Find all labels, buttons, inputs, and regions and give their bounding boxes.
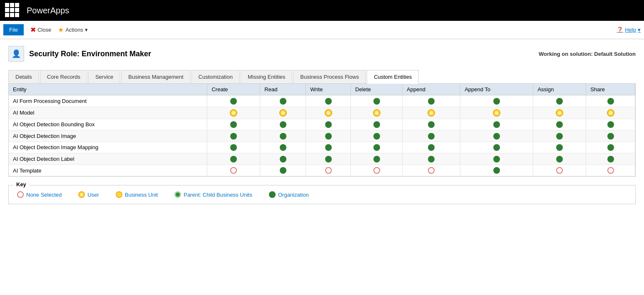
entity-name-cell: AI Model [9,107,207,119]
key-item-label: Business Unit [125,192,158,198]
permission-cell-append[interactable] [403,165,460,176]
permission-cell-create[interactable] [207,142,260,153]
indicator-organization [493,121,500,128]
col-header-share: Share [586,84,635,95]
col-header-write: Write [306,84,351,95]
permission-cell-read[interactable] [260,153,306,165]
permission-cell-delete[interactable] [351,130,403,142]
permission-cell-write[interactable] [306,107,351,119]
permission-cell-write[interactable] [306,142,351,153]
permission-cell-append[interactable] [403,130,460,142]
permission-cell-share[interactable] [586,153,635,165]
permission-cell-delete[interactable] [351,119,403,130]
permission-cell-create[interactable] [207,95,260,107]
close-button[interactable]: ✖ Close [27,24,55,35]
permission-cell-create[interactable] [207,119,260,130]
permission-cell-append[interactable] [403,95,460,107]
tab-customization[interactable]: Customization [191,70,240,83]
permission-cell-assign[interactable] [533,142,586,153]
tab-business-process-flows[interactable]: Business Process Flows [293,70,366,83]
entity-table-container[interactable]: EntityCreateReadWriteDeleteAppendAppend … [8,84,636,177]
key-section: Key None SelectedUserBusiness UnitParent… [8,185,636,204]
permission-cell-read[interactable] [260,165,306,176]
key-item-organization: Organization [269,191,309,198]
key-none-icon [17,191,24,198]
permission-cell-share[interactable] [586,165,635,176]
actions-button[interactable]: ★ Actions ▾ [55,24,91,35]
permission-cell-append[interactable] [403,119,460,130]
permission-cell-write[interactable] [306,95,351,107]
indicator-organization [280,121,286,128]
permission-cell-share[interactable] [586,107,635,119]
permission-cell-share[interactable] [586,119,635,130]
permission-cell-share[interactable] [586,95,635,107]
permission-cell-delete[interactable] [351,142,403,153]
permission-cell-create[interactable] [207,107,260,119]
indicator-organization [556,98,563,105]
help-dropdown-icon: ▾ [638,27,641,33]
col-header-entity: Entity [9,84,207,95]
permission-cell-appendto[interactable] [460,130,533,142]
col-header-create: Create [207,84,260,95]
permission-cell-write[interactable] [306,153,351,165]
permission-cell-assign[interactable] [533,153,586,165]
tab-missing-entities[interactable]: Missing Entities [241,70,292,83]
indicator-organization [428,133,435,140]
permission-cell-write[interactable] [306,130,351,142]
permission-cell-delete[interactable] [351,153,403,165]
permission-cell-share[interactable] [586,130,635,142]
permission-cell-read[interactable] [260,107,306,119]
permission-cell-delete[interactable] [351,95,403,107]
indicator-none [230,167,237,174]
permission-cell-assign[interactable] [533,130,586,142]
tab-core-records[interactable]: Core Records [40,70,87,83]
permission-cell-write[interactable] [306,165,351,176]
key-item-parent-child: Parent: Child Business Units [174,191,252,198]
help-icon: ❓ [617,27,623,33]
permission-cell-read[interactable] [260,95,306,107]
tab-service[interactable]: Service [88,70,120,83]
table-row: AI Object Detection Image Mapping [9,142,635,153]
permission-cell-appendto[interactable] [460,142,533,153]
indicator-user [493,109,500,117]
help-button[interactable]: ❓ Help ▾ [617,27,641,33]
permission-cell-append[interactable] [403,107,460,119]
permission-cell-assign[interactable] [533,107,586,119]
file-button[interactable]: File [3,24,24,35]
permission-cell-share[interactable] [586,142,635,153]
indicator-organization [230,121,237,128]
indicator-organization [493,133,500,140]
permission-cell-appendto[interactable] [460,107,533,119]
key-item-user: User [78,191,99,198]
tab-business-management[interactable]: Business Management [121,70,190,83]
permission-cell-write[interactable] [306,119,351,130]
col-header-append: Append [403,84,460,95]
permission-cell-append[interactable] [403,153,460,165]
permission-cell-assign[interactable] [533,95,586,107]
indicator-none [373,167,380,174]
permission-cell-appendto[interactable] [460,165,533,176]
permission-cell-create[interactable] [207,165,260,176]
content-area: 👤 Security Role: Environment Maker Worki… [0,39,644,295]
app-grid-icon[interactable] [5,3,20,18]
key-item-label: Organization [278,192,309,198]
permission-cell-read[interactable] [260,142,306,153]
indicator-organization [280,167,286,174]
permission-cell-read[interactable] [260,130,306,142]
permission-cell-appendto[interactable] [460,153,533,165]
permission-cell-delete[interactable] [351,165,403,176]
permission-cell-append[interactable] [403,142,460,153]
permission-cell-assign[interactable] [533,119,586,130]
permission-cell-assign[interactable] [533,165,586,176]
permission-cell-read[interactable] [260,119,306,130]
permission-cell-delete[interactable] [351,107,403,119]
permission-cell-create[interactable] [207,130,260,142]
permission-cell-create[interactable] [207,153,260,165]
permission-cell-appendto[interactable] [460,119,533,130]
tab-custom-entities[interactable]: Custom Entities [367,70,419,84]
permission-cell-appendto[interactable] [460,95,533,107]
tab-details[interactable]: Details [8,70,39,83]
key-parent-child-icon [174,191,181,198]
page-title: Security Role: Environment Maker [29,50,151,58]
tab-bar: DetailsCore RecordsServiceBusiness Manag… [8,70,636,84]
